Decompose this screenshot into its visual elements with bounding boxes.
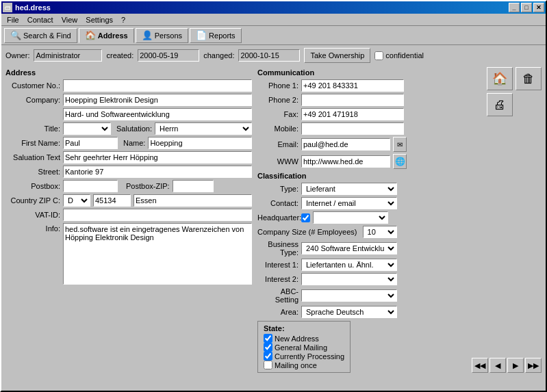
firstname-input[interactable] xyxy=(63,137,118,149)
salutation-text-label: Saluation Text xyxy=(5,153,60,161)
tab-address[interactable]: 🏠 Address xyxy=(79,28,134,43)
fax-input[interactable] xyxy=(301,108,404,120)
area-select[interactable]: Sprache Deutsch xyxy=(301,306,397,318)
title-select[interactable] xyxy=(63,122,111,135)
window-title: hed.dress xyxy=(15,3,51,12)
print-icon-button[interactable]: 🖨 xyxy=(487,93,513,116)
confidential-checkbox[interactable] xyxy=(374,51,383,60)
state-new-address-checkbox[interactable] xyxy=(264,334,272,343)
street-input[interactable] xyxy=(63,166,252,178)
abc-select[interactable] xyxy=(301,289,397,302)
country-zip-label: Country ZIP C: xyxy=(5,196,60,205)
owner-input[interactable] xyxy=(34,49,102,62)
tab-persons[interactable]: 👤 Persons xyxy=(136,28,188,43)
home-icon-button[interactable]: 🏠 xyxy=(487,67,513,90)
phone1-label: Phone 1: xyxy=(257,81,298,90)
company-input1[interactable] xyxy=(63,94,252,106)
classification-section-title: Classification xyxy=(257,172,542,180)
window-icon: 🗃 xyxy=(3,3,12,12)
state-new-address[interactable]: New Address xyxy=(264,334,344,343)
tab-reports[interactable]: 📄 Reports xyxy=(190,28,242,43)
nav-first-button[interactable]: ◀◀ xyxy=(472,358,488,373)
headquarter-checkbox[interactable] xyxy=(301,213,310,222)
salutation-label: Salutation: xyxy=(116,125,152,133)
postbox-input[interactable] xyxy=(63,180,118,192)
menu-view[interactable]: View xyxy=(58,15,82,25)
postbox-zip-label: Postbox-ZIP: xyxy=(126,182,170,190)
info-row: Info: hed.software ist ein eingetragenes… xyxy=(5,223,252,285)
reports-icon: 📄 xyxy=(196,30,207,40)
email-input[interactable] xyxy=(301,138,390,151)
interest2-label: Interest 2: xyxy=(257,275,298,283)
tab-search-label: Search & Find xyxy=(23,31,71,40)
maximize-button[interactable]: □ xyxy=(521,3,532,12)
mobile-input[interactable] xyxy=(301,122,404,135)
nav-next-button[interactable]: ▶ xyxy=(507,358,524,373)
menu-file[interactable]: File xyxy=(3,15,23,25)
tab-search[interactable]: 🔍 Search & Find xyxy=(4,28,77,43)
state-mailing-once[interactable]: Mailing once xyxy=(264,361,344,369)
city-input[interactable] xyxy=(133,194,252,207)
www-input[interactable] xyxy=(301,155,390,168)
nav-prev-button[interactable]: ◀ xyxy=(489,358,506,373)
close-button[interactable]: ✕ xyxy=(533,3,544,12)
take-ownership-button[interactable]: Take Ownership xyxy=(304,48,370,63)
www-row: WWW 🌐 xyxy=(257,154,542,169)
headquarter-select[interactable] xyxy=(313,211,388,224)
contact-row: Contact: Internet / email xyxy=(257,197,542,209)
created-input[interactable] xyxy=(138,49,199,62)
menu-help[interactable]: ? xyxy=(117,15,129,25)
state-general-mailing-checkbox[interactable] xyxy=(264,343,272,352)
customer-no-input[interactable] xyxy=(63,79,252,92)
type-row: Type: Lieferant xyxy=(257,183,542,195)
company-size-label: Company Size (# Employees) xyxy=(257,228,357,236)
state-mailing-once-label: Mailing once xyxy=(275,361,317,369)
state-general-mailing[interactable]: General Mailing xyxy=(264,343,344,352)
interest2-select[interactable] xyxy=(301,273,397,285)
type-select[interactable]: Lieferant xyxy=(301,183,397,195)
abc-row: ABC-Setting xyxy=(257,287,542,304)
interest1-row: Interest 1: Liefertanten u. Ähnl. xyxy=(257,259,542,271)
state-currently-processing[interactable]: Currently Processing xyxy=(264,352,344,361)
persons-icon: 👤 xyxy=(142,30,153,40)
salutation-text-input[interactable] xyxy=(63,151,252,164)
salutation-select[interactable]: Herrn xyxy=(155,122,252,135)
company-size-select[interactable]: 10 xyxy=(363,226,397,238)
interest2-row: Interest 2: xyxy=(257,273,542,285)
country-code-select[interactable]: D xyxy=(63,194,90,207)
interest1-label: Interest 1: xyxy=(257,261,298,269)
interest1-select[interactable]: Liefertanten u. Ähnl. xyxy=(301,259,397,271)
owner-label: Owner: xyxy=(5,51,29,60)
nav-last-button[interactable]: ▶▶ xyxy=(525,358,542,373)
postbox-zip-input[interactable] xyxy=(173,180,214,192)
name-label: Name: xyxy=(123,139,145,147)
phone1-input[interactable] xyxy=(301,79,404,92)
street-label: Street: xyxy=(5,168,60,176)
changed-label: changed: xyxy=(203,51,234,60)
state-currently-processing-checkbox[interactable] xyxy=(264,352,272,361)
phone2-input[interactable] xyxy=(301,94,404,106)
company-input2[interactable] xyxy=(63,108,252,120)
business-type-select[interactable]: 240 Software Entwicklu xyxy=(301,242,397,254)
zip-input[interactable] xyxy=(93,194,131,207)
firstname-label: First Name: xyxy=(5,139,60,147)
delete-icon-button[interactable]: 🗑 xyxy=(516,67,542,90)
email-button[interactable]: ✉ xyxy=(393,137,407,152)
info-textarea[interactable]: hed.software ist ein eingetragenes Waren… xyxy=(63,223,252,285)
changed-input[interactable] xyxy=(238,49,300,62)
menu-settings[interactable]: Settings xyxy=(81,15,117,25)
title-bar: 🗃 hed.dress _ □ ✕ xyxy=(1,1,546,14)
icon-buttons: 🏠 🗑 🖨 xyxy=(487,67,542,116)
state-mailing-once-checkbox[interactable] xyxy=(264,361,272,369)
business-type-label: Business Type: xyxy=(257,240,298,257)
name-input[interactable] xyxy=(148,137,252,149)
menu-contact[interactable]: Contact xyxy=(23,15,58,25)
vat-input[interactable] xyxy=(63,209,252,221)
contact-select[interactable]: Internet / email xyxy=(301,197,397,209)
www-button[interactable]: 🌐 xyxy=(393,154,407,169)
owner-row: Owner: created: changed: Take Ownership … xyxy=(5,48,542,63)
minimize-button[interactable]: _ xyxy=(509,3,520,12)
email-label: Email: xyxy=(257,140,298,148)
confidential-checkbox-label[interactable]: confidential xyxy=(374,51,424,60)
company-size-row: Company Size (# Employees) 10 xyxy=(257,226,542,238)
